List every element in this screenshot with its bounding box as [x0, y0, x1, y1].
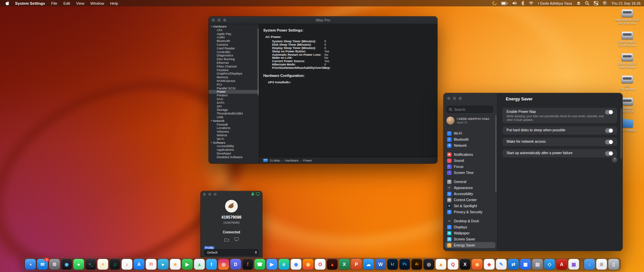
sysinfo-titlebar[interactable]: iMac Pro	[209, 16, 437, 24]
tree-item-printers[interactable]: Printers	[209, 94, 259, 97]
settings-sidebar-item-desktop-dock[interactable]: ▭Desktop & Dock	[445, 218, 495, 224]
settings-sidebar-item-control-center[interactable]: ▤Control Center	[445, 197, 495, 203]
settings-sidebar-item-network[interactable]: ⊕Network	[445, 142, 495, 148]
settings-sidebar-item-sound[interactable]: ♪Sound	[445, 157, 495, 164]
dock-terminal-icon[interactable]: >_	[86, 259, 96, 270]
tree-item-ata[interactable]: ATA	[209, 29, 259, 32]
dock-documents-stack-icon[interactable]: ≣	[596, 259, 607, 270]
tree-item-fibre-channel[interactable]: Fibre Channel	[209, 65, 259, 69]
menu-window[interactable]: Window	[88, 1, 107, 5]
tree-item-nvmexpress[interactable]: NVMExpress	[209, 79, 259, 83]
dock-spotify-icon[interactable]: ♫	[110, 259, 120, 270]
dock-app-store-icon[interactable]: A	[134, 259, 145, 270]
dock-anydesk-icon[interactable]: ◆	[484, 259, 495, 270]
dock-vlc-icon[interactable]: ▲	[436, 259, 446, 270]
tree-item-ethernet[interactable]: Ethernet	[209, 61, 259, 65]
dock-brave-icon[interactable]: ▲	[327, 259, 338, 270]
tree-item-parallel-scsi[interactable]: Parallel SCSI	[209, 87, 259, 90]
chat-icon[interactable]	[234, 237, 239, 243]
wifi-icon[interactable]	[529, 1, 534, 5]
file-transfer-icon[interactable]	[224, 237, 229, 243]
user-avatar-icon[interactable]	[603, 1, 607, 5]
tree-item-wi-fi[interactable]: Wi-Fi	[209, 137, 259, 141]
tree-item-audio[interactable]: Audio	[209, 36, 259, 39]
dock-music-icon[interactable]: ♪	[122, 259, 132, 270]
tree-item-developer[interactable]: Developer	[209, 152, 259, 155]
tree-section-hardware[interactable]: ▾Hardware	[209, 25, 259, 29]
menu-file[interactable]: File	[48, 1, 60, 5]
bluetooth-icon[interactable]	[521, 1, 524, 5]
tree-item-camera[interactable]: Camera	[209, 43, 259, 47]
app-menu-title[interactable]: System Settings	[12, 1, 48, 5]
settings-sidebar-item-notifications[interactable]: ◉Notifications	[445, 151, 495, 157]
help-button[interactable]: ?	[611, 156, 618, 163]
settings-sidebar-item-siri-spotlight[interactable]: ◉Siri & Spotlight	[445, 203, 495, 209]
settings-sidebar-item-bluetooth[interactable]: ᛒBluetooth	[445, 136, 495, 142]
settings-sidebar-item-wi-fi[interactable]: ◠Wi-Fi	[445, 130, 495, 136]
dock-vscode-icon[interactable]: ◇	[544, 259, 555, 270]
anydesk-titlebar[interactable]	[201, 191, 262, 197]
menubar-clock[interactable]: Thu 21 Sep 18.26	[611, 1, 641, 5]
zoom-button[interactable]	[214, 193, 217, 196]
tree-item-locations[interactable]: Locations	[209, 126, 259, 130]
dock-edge-icon[interactable]: e	[279, 259, 289, 270]
dock-word-icon[interactable]: W	[375, 259, 386, 270]
menu-edit[interactable]: Edit	[60, 1, 73, 5]
zoom-button[interactable]	[223, 18, 226, 22]
dock-discord-icon[interactable]: D	[230, 259, 241, 270]
dock-instagram-icon[interactable]: ◎	[218, 259, 229, 270]
dock-teamviewer-icon[interactable]: ⇄	[508, 259, 519, 270]
close-button[interactable]	[203, 193, 206, 196]
tree-item-disc-burning[interactable]: Disc Burning	[209, 57, 259, 61]
dock-siri-icon[interactable]: ◉	[61, 259, 72, 270]
tree-item-firewall[interactable]: Firewall	[209, 123, 259, 127]
desktop-icon-machintosh-ssd[interactable]: Machintosh SSD187,6 GB free	[615, 9, 639, 25]
dock-downloads-folder-icon[interactable]: ↓	[584, 259, 595, 270]
dock-chrome-icon[interactable]: ◉	[291, 259, 302, 270]
menu-help[interactable]: Help	[107, 1, 121, 5]
dock-archive-utility-icon[interactable]: ▦	[569, 259, 579, 270]
tree-item-accessibility[interactable]: Accessibility	[209, 144, 259, 148]
dock-facetime-icon[interactable]: ▶	[182, 259, 193, 270]
minimize-button[interactable]	[217, 18, 221, 22]
settings-sidebar-item-wallpaper[interactable]: ▦Wallpaper	[445, 230, 495, 236]
settings-sidebar-item-focus[interactable]: ☾Focus	[445, 164, 495, 170]
stats-icon[interactable]	[492, 1, 497, 5]
dock-twitter-icon[interactable]: t	[206, 259, 217, 270]
dock-obs-icon[interactable]: ◎	[424, 259, 434, 270]
sidebar-scrollbar[interactable]	[495, 115, 496, 192]
zoom-button[interactable]	[459, 97, 462, 100]
tree-item-disabled-software[interactable]: Disabled Software	[209, 155, 259, 159]
tree-item-graphics-displays[interactable]: Graphics/Displays	[209, 72, 259, 76]
close-button[interactable]	[447, 97, 450, 100]
tree-item-spi[interactable]: SPI	[209, 105, 259, 108]
dock-figma-icon[interactable]: f	[243, 259, 253, 270]
menu-view[interactable]: View	[73, 1, 88, 5]
search-input[interactable]	[453, 107, 491, 112]
tree-item-apple-pay[interactable]: Apple Pay	[209, 32, 259, 36]
search-icon[interactable]	[585, 1, 589, 5]
dock-lightroom-icon[interactable]: Lr	[387, 259, 398, 270]
dock-system-settings-icon[interactable]: ⚙	[49, 259, 60, 270]
settings-sidebar-item-displays[interactable]: ◻Displays	[445, 224, 495, 230]
dock-firefox-icon[interactable]: ◉	[303, 259, 314, 270]
tree-item-sata[interactable]: SATA	[209, 101, 259, 105]
close-button[interactable]	[212, 18, 215, 22]
search-field[interactable]	[446, 106, 493, 113]
tree-item-usb[interactable]: USB	[209, 116, 259, 119]
tree-section-network[interactable]: ▾Network	[209, 119, 259, 123]
dock-excel-icon[interactable]: X	[339, 259, 350, 270]
desktop-icon-efi[interactable]: EFI131 MB free	[620, 76, 635, 91]
toggle-enable-power-nap[interactable]	[605, 110, 613, 115]
dock-trash-icon[interactable]: ▯	[608, 259, 619, 270]
apple-menu[interactable]	[3, 1, 12, 6]
dock-x-icon[interactable]: X	[460, 259, 471, 270]
desktop-icon-data-ssd-2[interactable]: DATA SSD 2272,9 GB free	[618, 32, 636, 47]
settings-sidebar-item-energy-saver[interactable]: ☀Energy Saver	[445, 242, 495, 248]
tree-item-wwan[interactable]: WWAN	[209, 134, 259, 137]
toggle-wake-for-network-access[interactable]	[605, 140, 613, 144]
tree-item-diagnostics[interactable]: Diagnostics	[209, 54, 259, 57]
toggle-start-up-automatically-after-a-power-failure[interactable]	[605, 151, 613, 156]
dock-messages-icon[interactable]: ●	[73, 259, 84, 270]
dock-davinci-resolve-icon[interactable]: ◉	[472, 259, 483, 270]
